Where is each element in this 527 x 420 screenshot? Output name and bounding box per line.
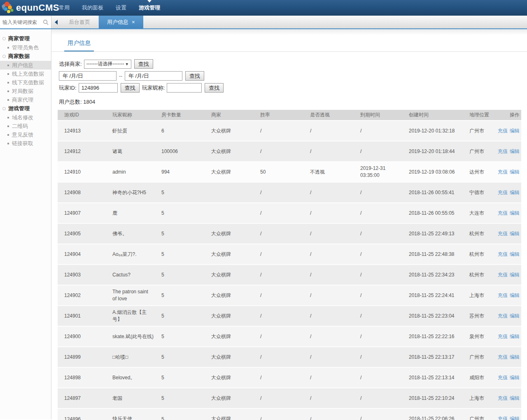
sidebar-item[interactable]: 链接获取 xyxy=(0,139,51,148)
date-search-button[interactable]: 查找 xyxy=(185,71,204,81)
recharge-link[interactable]: 充值 xyxy=(498,251,508,257)
sidebar-group-label[interactable]: 商家数据 xyxy=(0,52,51,61)
keyword-search-input[interactable] xyxy=(2,19,43,25)
recharge-link[interactable]: 充值 xyxy=(498,416,508,420)
nav-item-changyong[interactable]: 常用 xyxy=(53,0,76,16)
edit-link[interactable]: 编辑 xyxy=(510,354,520,360)
app-logo[interactable]: equnCMS xyxy=(0,0,53,15)
panel-tab-user-info[interactable]: 用户信息 xyxy=(64,39,94,51)
recharge-link[interactable]: 充值 xyxy=(498,334,508,339)
merchant-cell: 大众棋牌 xyxy=(205,367,254,388)
actions-cell: 充值编辑 xyxy=(496,203,521,223)
nav-item-game-management[interactable]: 游戏管理 xyxy=(133,0,166,16)
merchant-search-button[interactable]: 查找 xyxy=(134,59,153,69)
created-cell: 2018-11-25 22:10:24 xyxy=(402,388,463,408)
recharge-link[interactable]: 充值 xyxy=(498,313,508,319)
edit-link[interactable]: 编辑 xyxy=(510,416,520,420)
recharge-link[interactable]: 充值 xyxy=(498,190,508,195)
chevron-left-icon xyxy=(55,20,58,25)
edit-link[interactable]: 编辑 xyxy=(510,190,520,195)
square-bullet-icon xyxy=(7,73,9,75)
tab-backend-home[interactable]: 后台首页 xyxy=(61,16,99,28)
table-row: 124902The patron saint of love5大众棋牌///20… xyxy=(58,285,521,306)
edit-link[interactable]: 编辑 xyxy=(510,334,520,339)
winrate-cell: / xyxy=(254,265,303,285)
search-icon[interactable] xyxy=(43,19,49,25)
sidebar-item[interactable]: 对局数据 xyxy=(0,87,51,95)
edit-link[interactable]: 编辑 xyxy=(510,128,520,134)
player-id-input[interactable] xyxy=(79,83,118,93)
tab-strip: 后台首页 用户信息 × xyxy=(51,16,527,28)
recharge-link[interactable]: 充值 xyxy=(498,169,508,175)
sidebar-item[interactable]: 线下充值数据 xyxy=(0,78,51,87)
sidebar-group-text: 商家数据 xyxy=(8,53,30,60)
sidebar-group-label[interactable]: 商家管理 xyxy=(0,34,51,43)
edit-link[interactable]: 编辑 xyxy=(510,395,520,401)
edit-link[interactable]: 编辑 xyxy=(510,231,520,237)
sidebar-item[interactable]: 域名修改 xyxy=(0,113,51,122)
edit-link[interactable]: 编辑 xyxy=(510,149,520,154)
edit-link[interactable]: 编辑 xyxy=(510,272,520,278)
recharge-link[interactable]: 充值 xyxy=(498,210,508,216)
sidebar-item-label: 线下充值数据 xyxy=(12,79,44,86)
edit-link[interactable]: 编辑 xyxy=(510,210,520,216)
sidebar-group-text: 商家管理 xyxy=(8,35,30,42)
tab-scroll-left-button[interactable] xyxy=(51,16,61,28)
location-cell: 宁德市 xyxy=(463,182,496,203)
perspective-cell: / xyxy=(303,203,354,223)
nickname-label: 玩家昵称: xyxy=(142,84,165,92)
recharge-link[interactable]: 充值 xyxy=(498,292,508,298)
sidebar-group-label[interactable]: 游戏管理 xyxy=(0,104,51,113)
recharge-link[interactable]: 充值 xyxy=(498,149,508,154)
recharge-link[interactable]: 充值 xyxy=(498,231,508,237)
recharge-link[interactable]: 充值 xyxy=(498,128,508,134)
close-icon[interactable]: × xyxy=(132,19,135,25)
nav-item-dashboard[interactable]: 我的面板 xyxy=(76,0,110,16)
date-from-input[interactable] xyxy=(59,71,117,81)
perspective-cell: / xyxy=(303,141,354,162)
merchant-select[interactable]: -------请选择------- ▼ xyxy=(84,60,131,69)
game-id-cell: 124901 xyxy=(58,306,106,326)
edit-link[interactable]: 编辑 xyxy=(510,169,520,175)
edit-link[interactable]: 编辑 xyxy=(510,313,520,319)
nickname-cell: □哈喽□ xyxy=(106,347,155,367)
date-to-input[interactable] xyxy=(125,71,182,81)
location-cell: 杭州市 xyxy=(463,265,496,285)
tab-user-info[interactable]: 用户信息 × xyxy=(99,16,143,28)
column-header: 创建时间 xyxy=(402,110,463,121)
logo-icon xyxy=(1,0,16,15)
merchant-cell xyxy=(205,182,254,203)
recharge-link[interactable]: 充值 xyxy=(498,354,508,360)
player-id-search-button[interactable]: 查找 xyxy=(121,83,140,93)
nickname-cell: 神奇的小花?H5 xyxy=(106,182,155,203)
created-cell: 2018-11-25 22:13:14 xyxy=(402,367,463,388)
recharge-link[interactable]: 充值 xyxy=(498,272,508,278)
perspective-cell: / xyxy=(303,121,354,141)
expire-cell: / xyxy=(354,203,402,223)
nickname-search-button[interactable]: 查找 xyxy=(205,83,224,93)
recharge-link[interactable]: 充值 xyxy=(498,375,508,381)
merchant-filter-row: 选择商家: -------请选择------- ▼ 查找 xyxy=(59,59,527,69)
nickname-input[interactable] xyxy=(167,83,202,93)
sidebar-item[interactable]: 线上充值数据 xyxy=(0,70,51,78)
edit-link[interactable]: 编辑 xyxy=(510,292,520,298)
edit-link[interactable]: 编辑 xyxy=(510,375,520,381)
cards-cell: 5 xyxy=(155,244,205,265)
table-row: 124907鹿5///2018-11-26 00:55:05大连市充值编辑 xyxy=(58,203,521,223)
perspective-cell: / xyxy=(303,347,354,367)
sidebar-item[interactable]: 意见反馈 xyxy=(0,130,51,139)
edit-link[interactable]: 编辑 xyxy=(510,251,520,257)
sidebar-item[interactable]: 管理员角色 xyxy=(0,43,51,52)
table-row: 124896快乐天使5大众棋牌///2018-11-25 22:06:26广州市… xyxy=(58,408,521,420)
expire-cell: / xyxy=(354,182,402,203)
square-bullet-icon xyxy=(7,99,9,101)
game-id-cell: 124907 xyxy=(58,203,106,223)
sidebar-item[interactable]: 二维码 xyxy=(0,122,51,130)
winrate-cell: / xyxy=(254,306,303,326)
nav-item-settings[interactable]: 设置 xyxy=(110,0,133,16)
sidebar-item[interactable]: 商家代理 xyxy=(0,95,51,104)
recharge-link[interactable]: 充值 xyxy=(498,395,508,401)
sidebar-item[interactable]: 用户信息 xyxy=(0,61,51,70)
location-cell: 广州市 xyxy=(463,141,496,162)
perspective-cell: / xyxy=(303,388,354,408)
